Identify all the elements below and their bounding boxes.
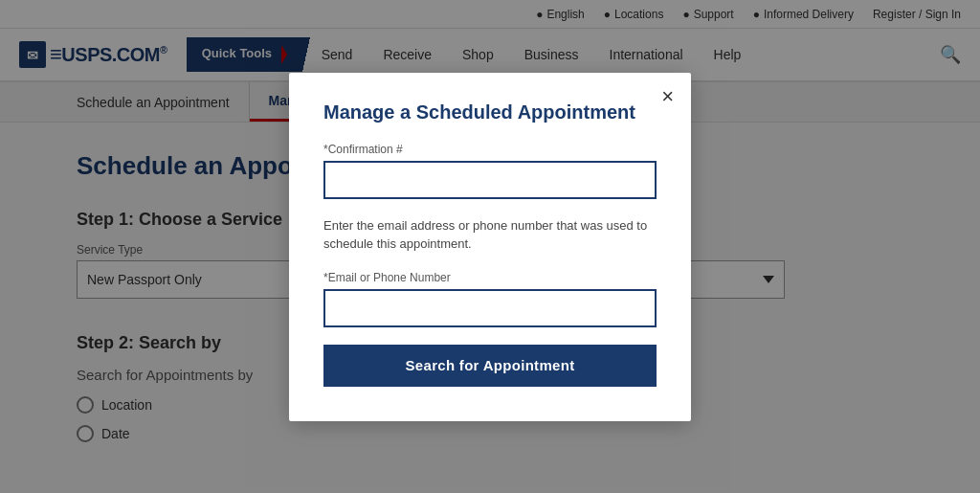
email-input[interactable] — [323, 289, 657, 327]
confirmation-label: *Confirmation # — [323, 143, 657, 156]
search-appointment-button[interactable]: Search for Appointment — [323, 345, 657, 387]
modal-overlay[interactable]: × Manage a Scheduled Appointment *Confir… — [0, 0, 980, 482]
modal-desc: Enter the email address or phone number … — [323, 216, 657, 254]
modal-close-button[interactable]: × — [661, 86, 674, 107]
confirmation-input[interactable] — [323, 161, 657, 199]
modal: × Manage a Scheduled Appointment *Confir… — [289, 73, 691, 421]
email-label: *Email or Phone Number — [323, 271, 657, 284]
modal-title: Manage a Scheduled Appointment — [323, 101, 657, 123]
